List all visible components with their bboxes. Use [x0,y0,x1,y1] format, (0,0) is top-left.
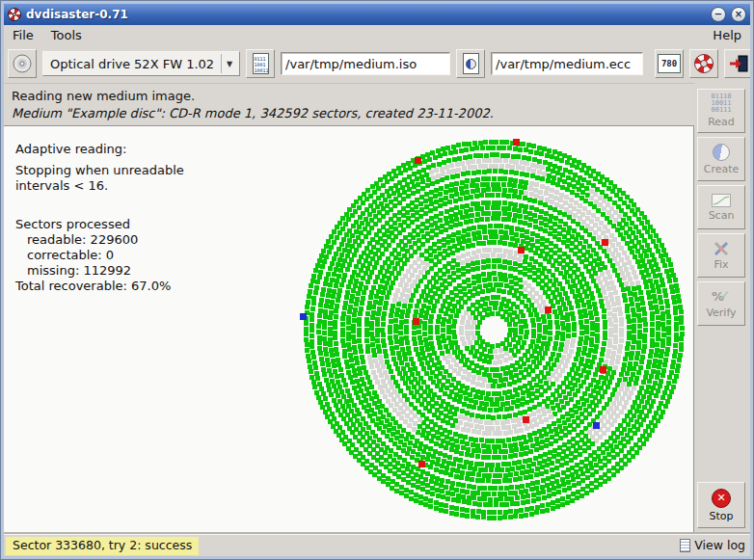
stopping-line1: Stopping when unreadable [15,163,184,178]
quit-button[interactable] [724,49,750,78]
scan-button[interactable]: Scan [697,185,745,229]
lifebuoy-icon [694,54,714,73]
stopping-line2: intervals < 16. [15,178,184,194]
create-button[interactable]: Create [697,137,745,181]
status-header: Reading new medium image. Medium "Exampl… [4,83,694,125]
main-area: Adaptive reading: Stopping when unreadab… [4,125,694,534]
app-window: dvdisaster-0.71 − × File Tools Help Opti… [0,0,754,560]
view-log-icon [680,539,690,552]
menu-help[interactable]: Help [704,27,750,43]
drive-select-value: Optical drive 52X FW 1.02 [43,57,221,71]
chevron-down-icon: ▼ [221,54,237,73]
readable-count: readable: 229600 [15,232,184,248]
quit-icon [728,54,749,73]
drive-button[interactable] [8,49,37,78]
toolbar: Optical drive 52X FW 1.02 ▼ 0111 1001 10… [4,44,750,83]
close-button[interactable]: × [731,7,746,22]
view-log-button[interactable]: View log [680,538,745,552]
read-icon: 01110 10011 00111 [711,93,731,114]
stop-button[interactable]: ✕ Stop [697,482,745,528]
image-file-icon: 0111 1001 10011 [253,53,269,74]
verify-button[interactable]: % ✓ Verify [697,281,745,326]
sectors-processed-title: Sectors processed [15,217,184,232]
missing-count: missing: 112992 [15,263,184,279]
window-title: dvdisaster-0.71 [26,8,706,21]
ecc-file-icon [463,53,479,74]
correctable-count: correctable: 0 [15,248,184,263]
disc-spiral-visualization [295,127,692,532]
verify-icon: % ✓ [712,289,731,305]
fix-button[interactable]: Fix [697,233,745,278]
preferences-icon: 780 [658,54,681,73]
menu-file[interactable]: File [4,27,42,43]
read-button[interactable]: 01110 10011 00111 Read [697,89,745,133]
ecc-path-input[interactable] [491,52,643,75]
fix-icon [712,241,731,256]
stop-icon: ✕ [712,489,731,508]
medium-info-line: Medium "Example disc": CD-R mode 1, 3425… [12,106,687,120]
reading-info-panel: Adaptive reading: Stopping when unreadab… [15,142,184,294]
help-button[interactable] [689,49,718,78]
minimize-button[interactable]: − [711,7,726,22]
titlebar: dvdisaster-0.71 − × [4,4,750,25]
sector-status-message: Sector 333680, try 2: success [6,537,199,555]
total-recoverable: Total recoverable: 67.0% [15,279,184,294]
app-icon [8,8,21,21]
menu-tools[interactable]: Tools [42,27,91,43]
menubar: File Tools Help [4,25,750,44]
image-file-button[interactable]: 0111 1001 10011 [246,49,275,78]
drive-select-dropdown[interactable]: Optical drive 52X FW 1.02 ▼ [42,51,240,76]
iso-path-input[interactable] [281,52,450,75]
scan-icon [712,194,731,207]
adaptive-reading-title: Adaptive reading: [15,142,184,157]
drive-icon [13,54,32,73]
statusbar: Sector 333680, try 2: success View log [4,534,750,556]
status-line1: Reading new medium image. [12,89,687,103]
create-icon [713,144,730,161]
ecc-file-button[interactable] [456,49,485,78]
preferences-button[interactable]: 780 [655,49,684,78]
action-sidebar: 01110 10011 00111 Read Create Scan [694,83,750,534]
